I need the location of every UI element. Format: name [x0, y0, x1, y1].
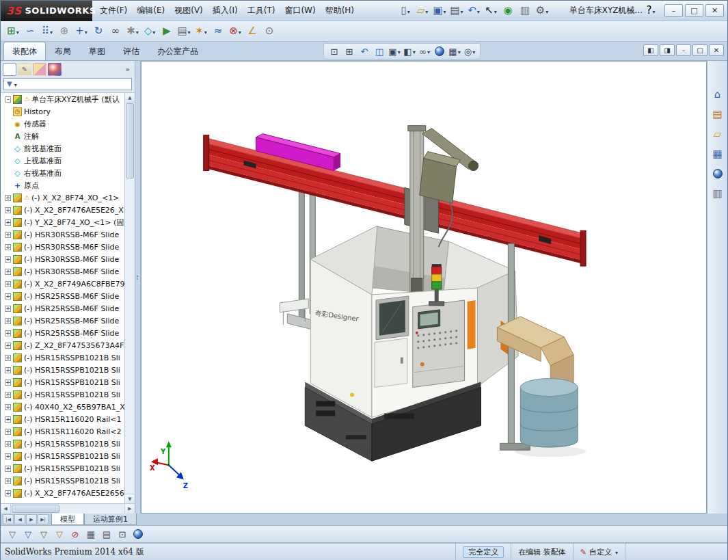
- mate-button[interactable]: ∽: [22, 23, 38, 40]
- tree-expand-toggle[interactable]: +: [5, 281, 11, 287]
- select-table-button[interactable]: ▦: [83, 527, 98, 542]
- tab-evaluate[interactable]: 评估: [114, 42, 148, 60]
- tree-item[interactable]: 注解: [1, 130, 124, 142]
- tree-expand-toggle[interactable]: +: [5, 269, 11, 275]
- scroll-left-arrow[interactable]: ◀: [1, 504, 11, 514]
- panel-splitter[interactable]: [135, 61, 141, 514]
- zoom-to-area-button[interactable]: ⊞: [342, 44, 357, 59]
- tree-item[interactable]: +(-) HSR15R116020 Rail<2: [1, 425, 124, 438]
- tree-horizontal-scrollbar[interactable]: ◀ ▶: [1, 503, 135, 514]
- tree-expand-toggle[interactable]: +: [5, 343, 11, 349]
- linear-component-pattern-button[interactable]: ⠿: [39, 23, 55, 40]
- new-document-button[interactable]: ▯: [397, 3, 414, 19]
- tree-item[interactable]: +(-) HSR30RSSB-M6F Slide: [1, 241, 124, 253]
- filter-vertices-button[interactable]: ▽: [21, 527, 36, 542]
- control-panel[interactable]: [413, 300, 465, 388]
- tree-item[interactable]: History: [1, 105, 124, 118]
- view-orientation-button[interactable]: ▣: [387, 44, 402, 59]
- tree-expand-toggle[interactable]: +: [5, 293, 11, 299]
- tree-expand-toggle[interactable]: +: [5, 195, 11, 201]
- new-motion-study-button[interactable]: ▶: [159, 23, 175, 40]
- print-button[interactable]: ▤: [448, 3, 465, 19]
- tree-expand-toggle[interactable]: +: [5, 306, 11, 312]
- display-style-button[interactable]: ◧: [402, 44, 417, 59]
- menu-insert[interactable]: 插入(I): [208, 1, 243, 20]
- zoom-to-fit-button[interactable]: ⊡: [327, 44, 342, 59]
- maximize-button[interactable]: □: [685, 4, 703, 17]
- tree-item[interactable]: +(-) X_X2_8F74_XO_<1>: [1, 191, 124, 204]
- graphics-viewport[interactable]: 奇彩Designer Y X Z: [141, 61, 707, 514]
- filter-faces-button[interactable]: ▽: [52, 527, 67, 542]
- menu-tools[interactable]: 工具(T): [243, 1, 280, 20]
- task-home-icon[interactable]: ⌂: [710, 87, 725, 102]
- tab-scroll-next[interactable]: ▶: [26, 514, 37, 524]
- exploded-view-button[interactable]: ✶: [193, 23, 209, 40]
- tree-expand-toggle[interactable]: +: [5, 219, 11, 226]
- tab-featuremanager[interactable]: [3, 63, 16, 76]
- bom-table-button[interactable]: ▤: [99, 527, 114, 542]
- appearances-icon[interactable]: [710, 166, 725, 181]
- tab-scroll-prev[interactable]: ◀: [14, 514, 25, 524]
- tree-expand-toggle[interactable]: +: [5, 232, 11, 238]
- pane-left-button[interactable]: ◧: [643, 44, 658, 56]
- view-palette-icon[interactable]: ▦: [710, 146, 725, 161]
- tab-motion-study-1[interactable]: 运动算例1: [84, 514, 137, 525]
- tree-item[interactable]: +(-) HSR30RSSB-M6F Slide: [1, 265, 124, 278]
- file-properties-button[interactable]: ▥: [517, 3, 533, 19]
- tree-item[interactable]: +(-) HSR15RSSPB1021B Sli: [1, 450, 124, 462]
- tree-expand-toggle[interactable]: +: [5, 355, 11, 361]
- custom-properties-icon[interactable]: ▥: [710, 186, 725, 201]
- insert-components-button[interactable]: ⊞: [5, 23, 21, 40]
- clear-selection-filters-button[interactable]: ⊘: [68, 527, 83, 542]
- tree-expand-toggle[interactable]: +: [5, 330, 11, 336]
- tree-item[interactable]: +(-) Y_X2_8F74_XO_<1> (固: [1, 216, 124, 228]
- measure-button[interactable]: ∠: [244, 23, 260, 40]
- tree-item[interactable]: +(-) HSR15RSSPB1021B Sli: [1, 438, 124, 450]
- file-explorer-icon[interactable]: ▱: [710, 126, 725, 142]
- tree-item[interactable]: 原点: [1, 179, 124, 191]
- bill-of-materials-button[interactable]: ▤: [176, 23, 192, 40]
- rebuild-button[interactable]: ◉: [500, 3, 516, 19]
- tree-expand-toggle[interactable]: +: [5, 207, 11, 213]
- tab-office-products[interactable]: 办公室产品: [148, 42, 207, 60]
- tree-item[interactable]: +(-) 40X40_X2_65B97BA1_X: [1, 401, 124, 413]
- doc-restore-button[interactable]: □: [692, 44, 707, 56]
- tab-propertymanager[interactable]: [18, 63, 31, 76]
- tree-item[interactable]: +(-) Z_X2_8F747535673A4F: [1, 339, 124, 351]
- view-settings-button[interactable]: ◎: [462, 44, 477, 59]
- mass-properties-button[interactable]: ⊙: [261, 23, 278, 40]
- tab-scroll-first[interactable]: |◀: [3, 514, 14, 524]
- tree-item[interactable]: +(-) HSR25RSSB-M6F Slide: [1, 302, 124, 315]
- tree-expand-toggle[interactable]: +: [5, 256, 11, 263]
- tree-expand-toggle[interactable]: +: [5, 318, 11, 324]
- scroll-right-arrow[interactable]: ▶: [124, 504, 135, 514]
- tree-expand-toggle[interactable]: +: [5, 416, 11, 423]
- menu-view[interactable]: 视图(V): [170, 1, 208, 20]
- menu-help[interactable]: 帮助(H): [321, 1, 359, 20]
- save-button[interactable]: ▣: [431, 3, 448, 19]
- tree-expand-toggle[interactable]: +: [5, 441, 11, 447]
- tree-item[interactable]: +(-) HSR15RSSPB1021B Sli: [1, 364, 124, 376]
- doc-close-button[interactable]: ✕: [709, 44, 724, 56]
- tree-item[interactable]: 传感器: [1, 118, 124, 130]
- explode-line-sketch-button[interactable]: ≈: [210, 23, 226, 40]
- tree-expand-toggle[interactable]: -: [5, 96, 11, 103]
- viewport-3d-scene[interactable]: 奇彩Designer Y X Z: [141, 62, 706, 513]
- tree-expand-toggle[interactable]: +: [5, 379, 11, 386]
- doc-minimize-button[interactable]: –: [676, 44, 691, 56]
- tree-expand-toggle[interactable]: +: [5, 429, 11, 435]
- panel-tabs-overflow[interactable]: »: [125, 65, 133, 74]
- tree-item[interactable]: 右视基准面: [1, 167, 124, 179]
- show-hidden-components-button[interactable]: ∞: [107, 23, 124, 40]
- tree-item[interactable]: +(-) X_X2_8F7476AE5E2656: [1, 487, 124, 499]
- tree-expand-toggle[interactable]: +: [5, 367, 11, 373]
- tree-expand-toggle[interactable]: +: [5, 466, 11, 472]
- reference-geometry-button[interactable]: ◇: [141, 23, 158, 40]
- tree-item[interactable]: -单台车床XYZ机械手 (默认: [1, 93, 124, 105]
- tree-expand-toggle[interactable]: +: [5, 404, 11, 410]
- tree-item[interactable]: +(-) HSR30RSSB-M6F Slide: [1, 253, 124, 265]
- scroll-up-arrow[interactable]: ▲: [125, 93, 135, 103]
- tree-item[interactable]: +(-) HSR25RSSB-M6F Slide: [1, 290, 124, 302]
- tab-layout[interactable]: 布局: [46, 42, 80, 60]
- undo-button[interactable]: ↶: [466, 3, 482, 19]
